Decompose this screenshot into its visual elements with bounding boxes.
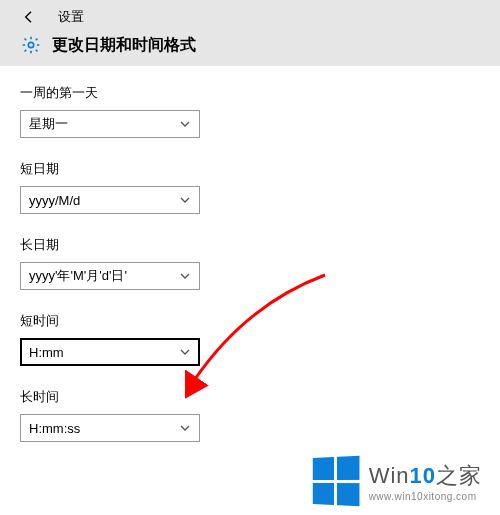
chevron-down-icon <box>179 270 191 282</box>
dropdown-long-time[interactable]: H:mm:ss <box>20 414 200 442</box>
content-area: 一周的第一天 星期一 短日期 yyyy/M/d 长日期 yyyy'年'M'月'd… <box>0 66 500 482</box>
chevron-down-icon <box>179 346 191 358</box>
field-first-day: 一周的第一天 星期一 <box>20 84 480 138</box>
watermark-url: www.win10xitong.com <box>369 491 482 502</box>
chevron-down-icon <box>179 422 191 434</box>
label-short-date: 短日期 <box>20 160 480 178</box>
watermark: Win10之家 www.win10xitong.com <box>311 457 482 505</box>
watermark-brand: Win10之家 <box>369 461 482 491</box>
header: 设置 更改日期和时间格式 <box>0 0 500 66</box>
dropdown-value: yyyy'年'M'月'd'日' <box>29 267 127 285</box>
label-long-time: 长时间 <box>20 388 480 406</box>
chevron-down-icon <box>179 194 191 206</box>
field-long-date: 长日期 yyyy'年'M'月'd'日' <box>20 236 480 290</box>
dropdown-long-date[interactable]: yyyy'年'M'月'd'日' <box>20 262 200 290</box>
field-long-time: 长时间 H:mm:ss <box>20 388 480 442</box>
dropdown-short-time[interactable]: H:mm <box>20 338 200 366</box>
gear-icon <box>20 34 42 56</box>
dropdown-value: H:mm <box>29 345 64 360</box>
page-title: 更改日期和时间格式 <box>52 35 196 56</box>
label-long-date: 长日期 <box>20 236 480 254</box>
dropdown-value: 星期一 <box>29 115 68 133</box>
header-app-label: 设置 <box>58 8 84 26</box>
label-first-day: 一周的第一天 <box>20 84 480 102</box>
back-button[interactable] <box>20 8 38 26</box>
dropdown-value: yyyy/M/d <box>29 193 80 208</box>
arrow-left-icon <box>21 9 37 25</box>
field-short-date: 短日期 yyyy/M/d <box>20 160 480 214</box>
svg-point-0 <box>28 42 33 47</box>
label-short-time: 短时间 <box>20 312 480 330</box>
windows-logo-icon <box>312 456 359 506</box>
field-short-time: 短时间 H:mm <box>20 312 480 366</box>
chevron-down-icon <box>179 118 191 130</box>
dropdown-value: H:mm:ss <box>29 421 80 436</box>
dropdown-first-day[interactable]: 星期一 <box>20 110 200 138</box>
dropdown-short-date[interactable]: yyyy/M/d <box>20 186 200 214</box>
